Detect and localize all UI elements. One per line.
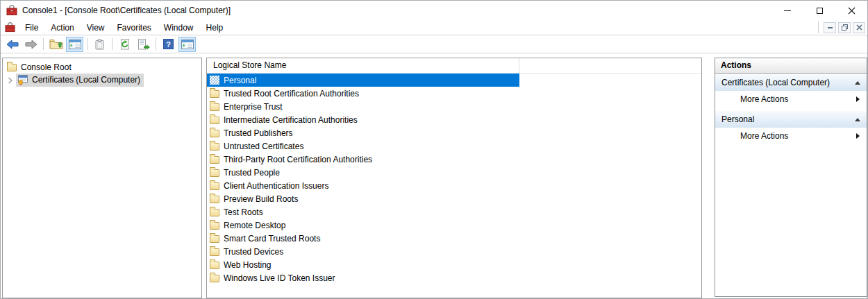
mdi-restore-button[interactable]	[838, 22, 851, 33]
list-item[interactable]: Personal	[207, 74, 519, 87]
list-item[interactable]: Trusted Root Certification Authorities	[207, 87, 519, 100]
maximize-icon	[817, 8, 823, 14]
list-item[interactable]: Trusted Publishers	[207, 126, 519, 139]
action-pane-icon	[181, 40, 194, 49]
export-list-icon	[137, 39, 150, 50]
mdi-close-button[interactable]	[853, 22, 865, 33]
column-header-label: Logical Store Name	[213, 60, 286, 70]
toolbar-separator	[156, 38, 156, 50]
back-icon	[6, 40, 19, 49]
export-list-button[interactable]	[135, 37, 152, 52]
list-item-label: Trusted Publishers	[224, 128, 293, 138]
list-item[interactable]: Trusted Devices	[207, 245, 519, 258]
store-folder-icon	[210, 169, 219, 177]
store-list: Personal Trusted Root Certification Auth…	[207, 74, 701, 284]
store-folder-icon	[210, 156, 219, 164]
show-hide-console-tree-button[interactable]	[66, 37, 83, 52]
menu-item[interactable]: View	[81, 20, 111, 35]
list-item-label: Personal	[224, 76, 256, 85]
store-folder-icon	[210, 182, 219, 190]
menu-item[interactable]: Help	[200, 20, 230, 35]
list-item-label: Preview Build Roots	[224, 194, 298, 204]
close-icon	[848, 7, 856, 15]
submenu-arrow-icon	[856, 133, 860, 139]
more-actions-personal[interactable]: More Actions	[715, 128, 867, 144]
tree-item-console-root[interactable]: Console Root	[3, 60, 201, 74]
refresh-button[interactable]	[116, 37, 133, 52]
actions-section-title: Certificates (Local Computer)	[721, 78, 855, 87]
forward-button[interactable]	[22, 37, 40, 52]
menu-separator	[818, 22, 819, 33]
clipboard-button[interactable]	[91, 37, 108, 52]
actions-section-certificates[interactable]: Certificates (Local Computer)	[715, 74, 867, 91]
list-item-label: Windows Live ID Token Issuer	[224, 273, 335, 283]
show-hide-action-pane-button[interactable]	[178, 37, 196, 52]
back-button[interactable]	[3, 37, 21, 52]
folder-icon	[7, 64, 17, 71]
store-folder-icon	[210, 262, 219, 269]
list-item[interactable]: Web Hosting	[207, 258, 519, 271]
store-folder-icon	[210, 235, 219, 243]
mmc-toolbox-icon	[6, 5, 17, 16]
list-item[interactable]: Client Authentication Issuers	[207, 179, 519, 192]
up-one-level-button[interactable]	[47, 37, 65, 52]
store-list-pane: Logical Store Name Personal Trusted Root…	[206, 58, 702, 298]
up-one-level-icon	[49, 39, 63, 49]
toolbar-separator	[112, 38, 112, 50]
toolbar	[1, 35, 867, 53]
help-button[interactable]	[160, 37, 177, 52]
actions-pane-title: Actions	[715, 58, 867, 74]
column-divider[interactable]	[519, 58, 519, 73]
console-tree-pane-icon	[69, 40, 81, 49]
menu-item[interactable]: Action	[44, 20, 80, 35]
expand-chevron-icon[interactable]	[5, 77, 16, 84]
list-item[interactable]: Preview Build Roots	[207, 192, 519, 205]
tree-selection: Certificates (Local Computer)	[16, 74, 144, 87]
collapse-arrow-icon[interactable]	[855, 118, 860, 121]
more-actions-label: More Actions	[740, 94, 856, 104]
list-item[interactable]: Untrusted Certificates	[207, 139, 519, 153]
toolbar-separator	[43, 38, 44, 50]
list-item[interactable]: Windows Live ID Token Issuer	[207, 271, 519, 284]
list-item[interactable]: Intermediate Certification Authorities	[207, 113, 519, 126]
list-item[interactable]: Enterprise Trust	[207, 100, 519, 113]
list-item[interactable]: Trusted People	[207, 166, 519, 179]
mdi-minimize-button[interactable]	[824, 22, 836, 33]
collapse-arrow-icon[interactable]	[855, 81, 860, 85]
list-item[interactable]: Test Roots	[207, 205, 519, 219]
minimize-button[interactable]	[771, 1, 803, 20]
store-folder-icon	[210, 209, 219, 216]
maximize-button[interactable]	[803, 1, 835, 20]
tree-item-certificates[interactable]: Certificates (Local Computer)	[3, 74, 201, 87]
list-item-label: Client Authentication Issuers	[224, 181, 328, 191]
more-actions-certificates[interactable]: More Actions	[715, 91, 867, 108]
menu-item[interactable]: File	[19, 20, 44, 35]
tree-item-label: Console Root	[21, 62, 72, 72]
actions-section-title: Personal	[721, 114, 855, 124]
store-folder-icon	[210, 248, 219, 256]
list-item-label: Untrusted Certificates	[224, 142, 303, 151]
list-item[interactable]: Third-Party Root Certification Authoriti…	[207, 153, 519, 166]
help-icon	[163, 39, 174, 49]
list-item-label: Remote Desktop	[224, 221, 285, 230]
mdi-close-icon	[856, 24, 862, 31]
list-item-label: Trusted Devices	[224, 247, 283, 257]
list-item[interactable]: Remote Desktop	[207, 219, 519, 232]
actions-pane: Actions Certificates (Local Computer) Mo…	[715, 58, 867, 297]
menu-item[interactable]: Favorites	[111, 20, 158, 35]
list-item-label: Enterprise Trust	[224, 102, 283, 112]
console-tree-pane: Console Root Certificates (Local Compu	[2, 58, 202, 298]
refresh-icon	[119, 39, 131, 50]
submenu-arrow-icon	[856, 96, 860, 102]
menu-item[interactable]: Window	[158, 20, 200, 35]
toolbar-separator	[87, 38, 87, 50]
store-folder-icon	[210, 103, 219, 111]
list-item[interactable]: Smart Card Trusted Roots	[207, 232, 519, 245]
mdi-window-controls	[818, 22, 865, 33]
close-button[interactable]	[835, 1, 867, 20]
actions-section-personal[interactable]: Personal	[715, 111, 867, 128]
list-item-label: Test Roots	[224, 207, 263, 217]
column-header-logical-store-name[interactable]: Logical Store Name	[207, 58, 701, 74]
store-folder-icon	[210, 143, 219, 151]
mdi-minimize-icon	[828, 27, 833, 28]
